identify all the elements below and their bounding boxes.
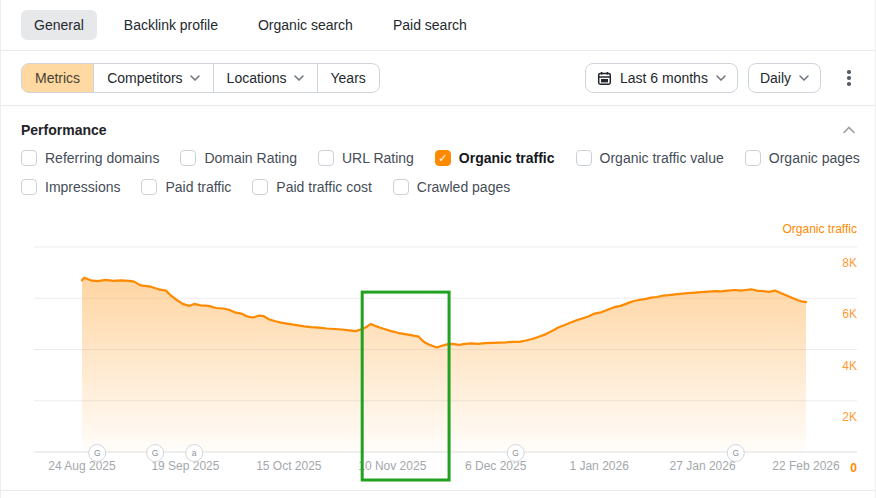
checkbox-crawled-pages[interactable]: Crawled pages [393, 179, 510, 195]
chevron-down-icon [190, 75, 200, 81]
date-range-button[interactable]: Last 6 months [585, 63, 738, 93]
checkbox-label: Crawled pages [417, 179, 510, 195]
google-update-marker[interactable]: G [727, 445, 744, 462]
panel-title: Performance [21, 122, 107, 138]
chevron-up-icon [843, 126, 855, 134]
svg-text:15 Oct 2025: 15 Oct 2025 [256, 459, 322, 473]
segment-label: Metrics [35, 70, 80, 86]
svg-text:0: 0 [850, 461, 857, 475]
checkbox-icon [252, 179, 268, 195]
google-update-marker[interactable]: G [89, 445, 106, 462]
tab-bar: GeneralBacklink profileOrganic searchPai… [1, 0, 875, 51]
segment-years[interactable]: Years [317, 63, 380, 93]
x-axis-labels: 24 Aug 202519 Sep 202515 Oct 202510 Nov … [48, 459, 840, 473]
svg-text:a: a [192, 448, 197, 458]
performance-panel: Performance Referring domainsDomain Rati… [1, 106, 875, 195]
view-segments: MetricsCompetitorsLocationsYears [21, 63, 380, 93]
svg-text:6K: 6K [842, 307, 857, 321]
checkbox-label: Organic pages [769, 150, 860, 166]
svg-text:G: G [512, 448, 519, 458]
tab-organic-search[interactable]: Organic search [245, 10, 366, 40]
segment-metrics[interactable]: Metrics [21, 63, 94, 93]
checkbox-icon [21, 150, 37, 166]
checkbox-label: Domain Rating [204, 150, 297, 166]
svg-text:2K: 2K [842, 410, 857, 424]
svg-text:G: G [94, 448, 101, 458]
svg-text:24 Aug 2025: 24 Aug 2025 [48, 459, 116, 473]
checkbox-impressions[interactable]: Impressions [21, 179, 120, 195]
ahrefs-update-marker[interactable]: a [186, 445, 203, 462]
checkbox-label: URL Rating [342, 150, 414, 166]
svg-text:4K: 4K [842, 359, 857, 373]
chart-area: Organic traffic 8K6K4K2K024 Aug 202519 S… [1, 218, 876, 490]
svg-text:G: G [152, 448, 159, 458]
checkbox-label: Organic traffic [459, 150, 555, 166]
collapse-button[interactable] [843, 126, 855, 134]
segment-label: Locations [227, 70, 287, 86]
metric-checkbox-rows: Referring domainsDomain RatingURL Rating… [1, 138, 875, 195]
checkbox-icon [180, 150, 196, 166]
checkbox-label: Referring domains [45, 150, 159, 166]
y-axis-labels: 8K6K4K2K0 [842, 256, 857, 475]
calendar-icon [597, 71, 612, 86]
tab-paid-search[interactable]: Paid search [380, 10, 480, 40]
checkbox-label: Paid traffic cost [276, 179, 371, 195]
google-update-marker[interactable]: G [507, 445, 524, 462]
tab-general[interactable]: General [21, 10, 97, 40]
segment-competitors[interactable]: Competitors [93, 63, 213, 93]
google-update-marker[interactable]: G [147, 445, 164, 462]
checkbox-icon [745, 150, 761, 166]
tab-backlink-profile[interactable]: Backlink profile [111, 10, 231, 40]
checked-checkbox-icon: ✓ [435, 150, 451, 166]
checkbox-organic-traffic[interactable]: ✓Organic traffic [435, 150, 555, 166]
series-area [82, 278, 806, 452]
segment-locations[interactable]: Locations [213, 63, 318, 93]
svg-text:19 Sep 2025: 19 Sep 2025 [151, 459, 219, 473]
checkbox-referring-domains[interactable]: Referring domains [21, 150, 159, 166]
checkbox-url-rating[interactable]: URL Rating [318, 150, 414, 166]
svg-text:1 Jan 2026: 1 Jan 2026 [569, 459, 629, 473]
chevron-down-icon [716, 75, 726, 81]
checkbox-organic-pages[interactable]: Organic pages [745, 150, 860, 166]
segment-label: Competitors [107, 70, 182, 86]
segment-label: Years [331, 70, 366, 86]
chevron-down-icon [294, 75, 304, 81]
analytics-page: GeneralBacklink profileOrganic searchPai… [0, 0, 876, 498]
checkbox-icon [576, 150, 592, 166]
svg-text:8K: 8K [842, 256, 857, 270]
kebab-menu-icon [847, 70, 851, 74]
checkbox-paid-traffic[interactable]: Paid traffic [141, 179, 231, 195]
svg-text:22 Feb 2026: 22 Feb 2026 [772, 459, 840, 473]
checkbox-icon [318, 150, 334, 166]
checkbox-icon [141, 179, 157, 195]
checkbox-label: Impressions [45, 179, 120, 195]
checkbox-icon [393, 179, 409, 195]
granularity-button[interactable]: Daily [748, 63, 821, 93]
granularity-label: Daily [760, 70, 791, 86]
checkbox-organic-traffic-value[interactable]: Organic traffic value [576, 150, 724, 166]
checkbox-paid-traffic-cost[interactable]: Paid traffic cost [252, 179, 371, 195]
svg-text:10 Nov 2025: 10 Nov 2025 [358, 459, 426, 473]
date-range-label: Last 6 months [620, 70, 708, 86]
svg-text:G: G [732, 448, 739, 458]
more-options-button[interactable] [837, 63, 861, 93]
bottom-divider [1, 490, 875, 491]
checkbox-label: Paid traffic [165, 179, 231, 195]
toolbar-right: Last 6 months Daily [585, 63, 861, 93]
toolbar: MetricsCompetitorsLocationsYears Last 6 … [1, 51, 875, 106]
checkbox-icon [21, 179, 37, 195]
chevron-down-icon [799, 75, 809, 81]
traffic-chart: 8K6K4K2K024 Aug 202519 Sep 202515 Oct 20… [1, 232, 876, 490]
svg-text:27 Jan 2026: 27 Jan 2026 [670, 459, 736, 473]
checkbox-label: Organic traffic value [600, 150, 724, 166]
checkbox-domain-rating[interactable]: Domain Rating [180, 150, 297, 166]
